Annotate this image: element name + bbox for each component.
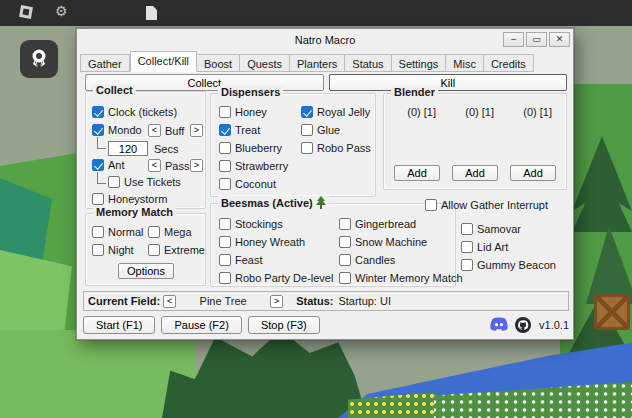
secs-input[interactable]	[108, 141, 148, 156]
honey-wreath-checkbox[interactable]: Honey Wreath	[219, 236, 305, 248]
checkbox-label: Glue	[317, 124, 340, 136]
tab-settings[interactable]: Settings	[392, 54, 447, 72]
christmas-tree-icon	[316, 196, 326, 209]
checkbox-label: Treat	[235, 124, 260, 136]
glue-checkbox[interactable]: Glue	[301, 124, 340, 136]
blender-slot-3-add-button[interactable]: Add	[510, 165, 556, 181]
start-button[interactable]: Start (F1)	[83, 316, 155, 334]
checkbox-label: Lid Art	[477, 241, 508, 253]
honey-checkbox[interactable]: Honey	[219, 106, 267, 118]
blender-slot-1-add-button[interactable]: Add	[394, 165, 440, 181]
tab-quests[interactable]: Quests	[240, 54, 290, 72]
robo-pass-checkbox[interactable]: Robo Pass	[301, 142, 371, 154]
gear-icon[interactable]: ⚙	[55, 3, 68, 19]
discord-icon[interactable]	[489, 317, 509, 332]
winter-memory-match-checkbox[interactable]: Winter Memory Match	[339, 272, 463, 284]
mondo-prev-button[interactable]: <	[148, 124, 161, 137]
tab-planters[interactable]: Planters	[290, 54, 345, 72]
minimize-button[interactable]: –	[503, 32, 524, 47]
coconut-checkbox[interactable]: Coconut	[219, 178, 276, 190]
ant-prev-button[interactable]: <	[148, 159, 161, 172]
field-prev-button[interactable]: <	[163, 295, 176, 308]
ant-checkbox[interactable]: Ant	[92, 159, 125, 171]
ant-option-label: Pass	[165, 160, 189, 172]
blueberry-checkbox[interactable]: Blueberry	[219, 142, 282, 154]
snow-machine-checkbox[interactable]: Snow Machine	[339, 236, 427, 248]
maximize-button[interactable]: ▭	[526, 32, 547, 47]
checkbox-box	[301, 106, 313, 118]
checkbox-label: Extreme	[164, 244, 205, 256]
checkbox-box	[219, 254, 231, 266]
checkbox-box	[219, 272, 231, 284]
wooden-crate	[594, 294, 630, 330]
checkbox-label: Use Tickets	[124, 176, 181, 188]
github-icon[interactable]	[515, 317, 531, 333]
badge-notification[interactable]	[20, 40, 58, 78]
checkbox-label: Mondo	[108, 124, 142, 136]
mondo-next-button[interactable]: >	[190, 124, 203, 137]
lid-art-checkbox[interactable]: Lid Art	[461, 241, 508, 253]
checkbox-label: Winter Memory Match	[355, 272, 463, 284]
checkbox-label: Ant	[108, 159, 125, 171]
checkbox-box	[92, 124, 104, 136]
titlebar[interactable]: Natro Macro – ▭ ✕	[77, 29, 573, 50]
checkbox-label: Mega	[164, 226, 192, 238]
tab-collect-kill[interactable]: Collect/Kill	[130, 51, 197, 72]
checkbox-label: Royal Jelly	[317, 106, 370, 118]
royal-jelly-checkbox[interactable]: Royal Jelly	[301, 106, 370, 118]
samovar-checkbox[interactable]: Samovar	[461, 223, 521, 235]
mondo-checkbox[interactable]: Mondo	[92, 124, 142, 136]
roblox-menu-icon[interactable]	[19, 5, 33, 19]
honeystorm-checkbox[interactable]: Honeystorm	[92, 193, 167, 205]
extreme-checkbox[interactable]: Extreme	[148, 244, 205, 256]
stockings-checkbox[interactable]: Stockings	[219, 218, 283, 230]
close-button[interactable]: ✕	[549, 32, 570, 47]
field-next-button[interactable]: >	[270, 295, 283, 308]
blender-slot-3-count: (0) [1]	[523, 106, 562, 118]
checkbox-label: Blueberry	[235, 142, 282, 154]
stop-button[interactable]: Stop (F3)	[248, 316, 320, 334]
checkbox-box	[219, 160, 231, 172]
checkbox-box	[461, 223, 473, 235]
tab-gather[interactable]: Gather	[80, 54, 130, 72]
normal-checkbox[interactable]: Normal	[92, 226, 143, 238]
night-checkbox[interactable]: Night	[92, 244, 134, 256]
checkbox-label: Feast	[235, 254, 263, 266]
window-title: Natro Macro	[295, 34, 356, 46]
pause-button[interactable]: Pause (F2)	[161, 316, 241, 334]
gummy-beacon-checkbox[interactable]: Gummy Beacon	[461, 259, 556, 271]
tab-boost[interactable]: Boost	[197, 54, 240, 72]
clock-tickets-checkbox[interactable]: Clock (tickets)	[92, 106, 177, 118]
allow-gather-interrupt-checkbox[interactable]: Allow Gather Interrupt	[425, 199, 548, 211]
use-tickets-checkbox[interactable]: Use Tickets	[108, 176, 181, 188]
strawberry-checkbox[interactable]: Strawberry	[219, 160, 288, 172]
window-controls: – ▭ ✕	[503, 32, 570, 47]
tab-status[interactable]: Status	[345, 54, 391, 72]
tab-strip: Gather Collect/Kill Boost Quests Planter…	[80, 51, 570, 72]
secs-label: Secs	[154, 143, 178, 155]
gingerbread-checkbox[interactable]: Gingerbread	[339, 218, 416, 230]
checkbox-label: Night	[108, 244, 134, 256]
feast-checkbox[interactable]: Feast	[219, 254, 263, 266]
candles-checkbox[interactable]: Candles	[339, 254, 395, 266]
status-label: Status:	[296, 295, 333, 307]
ant-next-button[interactable]: >	[190, 159, 203, 172]
kill-mode-button[interactable]: Kill	[329, 74, 568, 91]
mega-checkbox[interactable]: Mega	[148, 226, 192, 238]
checkbox-label: Stockings	[235, 218, 283, 230]
checkbox-label: Clock (tickets)	[108, 106, 177, 118]
checkbox-box	[425, 199, 437, 211]
document-icon[interactable]	[146, 6, 157, 20]
mondo-option-label: Buff	[165, 125, 184, 137]
action-bar: Start (F1) Pause (F2) Stop (F3) v1.0.1	[83, 315, 569, 334]
options-button[interactable]: Options	[118, 263, 174, 279]
checkbox-label: Candles	[355, 254, 395, 266]
tab-misc[interactable]: Misc	[446, 54, 484, 72]
treat-checkbox[interactable]: Treat	[219, 124, 260, 136]
checkbox-box	[219, 124, 231, 136]
robo-party-delevel-checkbox[interactable]: Robo Party De-level	[219, 272, 333, 284]
tab-credits[interactable]: Credits	[484, 54, 534, 72]
status-value: Startup: UI	[338, 295, 391, 307]
blender-slot-2-add-button[interactable]: Add	[452, 165, 498, 181]
memory-match-group-title: Memory Match	[93, 206, 176, 218]
